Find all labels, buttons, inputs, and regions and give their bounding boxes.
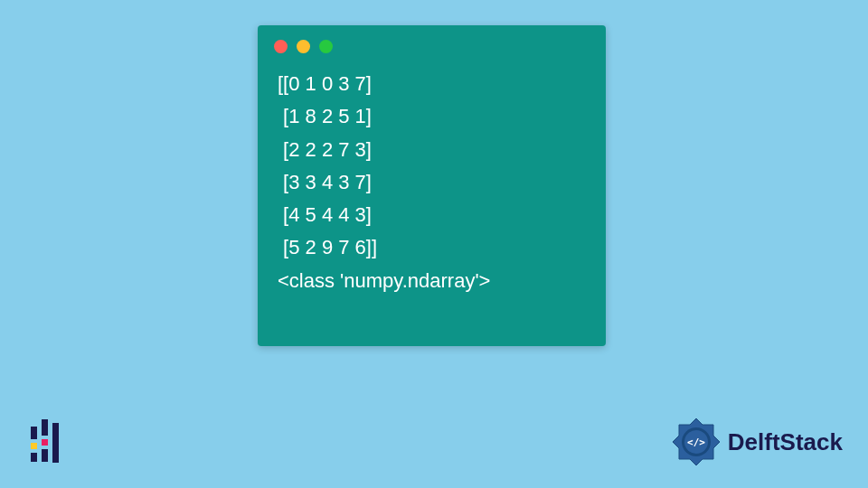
code-line: [3 3 4 3 7] [278, 171, 372, 193]
delftstack-logo: </> DelftStack [670, 416, 843, 468]
code-line: [4 5 4 4 3] [278, 203, 372, 226]
close-dot-icon [274, 40, 288, 53]
code-line: [1 8 2 5 1] [278, 105, 372, 127]
window-controls [258, 25, 606, 61]
minimize-dot-icon [297, 40, 310, 53]
svg-rect-0 [31, 427, 37, 439]
svg-rect-6 [52, 423, 59, 463]
code-output-window: [[0 1 0 3 7] [1 8 2 5 1] [2 2 2 7 3] [3 … [258, 25, 606, 346]
maximize-dot-icon [319, 40, 333, 53]
svg-rect-3 [42, 419, 48, 436]
svg-rect-4 [42, 439, 48, 446]
svg-text:</>: </> [687, 436, 705, 448]
code-line: [2 2 2 7 3] [278, 138, 372, 161]
svg-rect-2 [31, 453, 37, 462]
code-line: [[0 1 0 3 7] [278, 72, 372, 95]
brand-name: DelftStack [728, 428, 843, 456]
code-line: [5 2 9 7 6]] [278, 236, 377, 258]
code-content: [[0 1 0 3 7] [1 8 2 5 1] [2 2 2 7 3] [3 … [258, 61, 606, 305]
svg-rect-5 [42, 449, 48, 462]
code-line: <class 'numpy.ndarray'> [278, 269, 490, 292]
delftstack-emblem-icon: </> [670, 416, 722, 468]
svg-rect-1 [31, 443, 37, 449]
pandas-style-icon [25, 419, 69, 463]
